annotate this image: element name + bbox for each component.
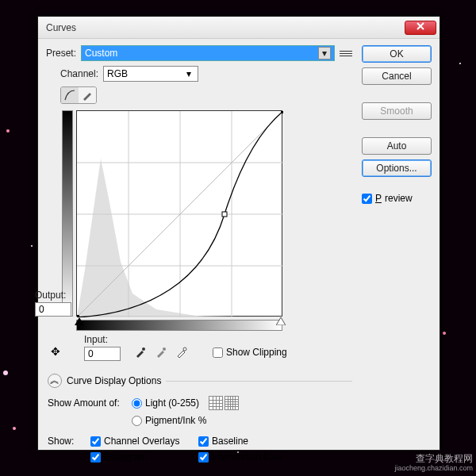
input-gradient <box>76 320 282 331</box>
channel-value: RGB <box>107 68 128 79</box>
curve-tool-toggle <box>60 86 97 104</box>
svg-point-14 <box>183 347 186 351</box>
gray-point-sampler[interactable] <box>154 345 168 359</box>
svg-point-12 <box>142 347 145 351</box>
grid-coarse-button[interactable] <box>209 396 223 410</box>
divider <box>166 381 352 382</box>
preset-label: Preset: <box>46 48 76 59</box>
curve-icon <box>64 90 75 101</box>
white-point-sampler[interactable] <box>175 345 189 359</box>
light-radio[interactable]: Light (0-255) <box>132 397 199 409</box>
baseline-checkbox[interactable]: Baseline <box>198 436 248 447</box>
close-icon <box>416 21 425 31</box>
curve-plot <box>77 111 283 317</box>
preset-value: Custom <box>85 48 117 59</box>
curve-draw-tool[interactable] <box>79 87 96 103</box>
output-field[interactable] <box>35 302 71 317</box>
sampler-group <box>133 345 189 359</box>
grid-fine-button[interactable] <box>225 396 239 410</box>
channel-overlays-checkbox[interactable]: Channel Overlays <box>90 436 194 447</box>
input-field[interactable] <box>84 347 121 361</box>
close-button[interactable] <box>405 21 436 35</box>
curve-grid[interactable] <box>76 110 282 317</box>
disclosure-label: Curve Display Options <box>67 375 161 386</box>
channel-dropdown[interactable]: RGB ▾ <box>103 66 198 82</box>
chevron-down-icon: ▾ <box>318 47 331 60</box>
svg-point-13 <box>163 347 166 351</box>
show-amount-label: Show Amount of: <box>48 397 127 409</box>
show-clipping-checkbox[interactable]: Show Clipping <box>213 347 287 358</box>
auto-button[interactable]: Auto <box>362 137 432 155</box>
eyedropper-icon <box>155 347 167 358</box>
window-title: Curves <box>46 22 405 33</box>
pigment-radio[interactable]: Pigment/Ink % <box>132 415 206 426</box>
disclosure-toggle[interactable]: ︽ <box>48 374 62 388</box>
titlebar[interactable]: Curves <box>38 17 440 39</box>
svg-marker-10 <box>75 317 84 325</box>
targeted-adjust-tool[interactable]: ✥ <box>51 345 60 358</box>
eyedropper-icon <box>176 347 187 358</box>
channel-label: Channel: <box>60 68 98 79</box>
black-point-sampler[interactable] <box>133 345 148 359</box>
svg-marker-11 <box>276 317 286 325</box>
intersection-checkbox[interactable]: Intersection Line <box>198 451 282 463</box>
input-label: Input: <box>84 334 108 345</box>
histogram-checkbox[interactable]: Histogram <box>90 451 194 463</box>
curves-dialog: Curves Preset: Custom ▾ Channel: RGB ▾ <box>37 16 440 451</box>
black-point-slider[interactable] <box>75 317 84 325</box>
cancel-button[interactable]: Cancel <box>362 67 432 85</box>
output-gradient <box>62 110 73 317</box>
preview-checkbox[interactable]: Preview <box>362 193 432 204</box>
preset-menu-icon[interactable] <box>340 47 352 60</box>
options-button[interactable]: Options... <box>362 159 432 177</box>
svg-rect-8 <box>281 111 283 113</box>
watermark: 查字典教程网 jiaocheng.chazidian.com <box>394 453 473 473</box>
show-label: Show: <box>48 436 86 447</box>
chevron-down-icon: ▾ <box>183 68 194 79</box>
ok-button[interactable]: OK <box>362 45 432 63</box>
preset-dropdown[interactable]: Custom ▾ <box>81 45 335 61</box>
pencil-icon <box>82 90 93 101</box>
smooth-button[interactable]: Smooth <box>362 102 432 120</box>
eyedropper-icon <box>135 347 146 358</box>
svg-rect-9 <box>222 212 227 217</box>
curve-point-tool[interactable] <box>61 87 79 103</box>
white-point-slider[interactable] <box>276 317 286 325</box>
output-label: Output: <box>35 290 75 301</box>
